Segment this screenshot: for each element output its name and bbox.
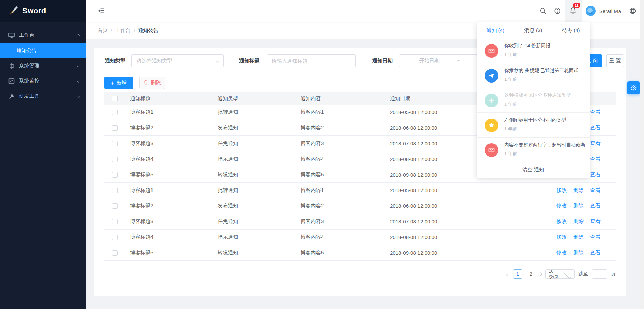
- tab-todos[interactable]: 待办 (4): [552, 22, 590, 38]
- row-checkbox[interactable]: [112, 110, 118, 115]
- sidebar-item-system-monitor[interactable]: 系统监控: [0, 73, 86, 89]
- edit-link[interactable]: 修改: [556, 187, 567, 193]
- add-button-label: 新增: [117, 80, 127, 86]
- reset-button[interactable]: 重 置: [606, 54, 624, 67]
- delete-button[interactable]: 删除: [139, 77, 165, 89]
- cell-title: 博客标题2: [130, 125, 218, 131]
- sidebar-item-dev-tools[interactable]: 研发工具: [0, 89, 86, 104]
- cell-content: 博客内容2: [301, 125, 390, 131]
- column-header-type: 通知类型: [218, 95, 301, 102]
- cell-content: 博客内容1: [301, 187, 390, 194]
- view-link[interactable]: 查看: [590, 125, 601, 130]
- view-link[interactable]: 查看: [590, 187, 601, 193]
- star-icon: [485, 119, 498, 132]
- row-checkbox[interactable]: [112, 250, 118, 256]
- prev-page-icon[interactable]: [507, 273, 509, 275]
- edit-link[interactable]: 修改: [556, 250, 567, 255]
- page-button-2[interactable]: 2: [526, 269, 536, 279]
- view-link[interactable]: 查看: [590, 250, 601, 255]
- page-button-1[interactable]: 1: [513, 269, 522, 279]
- app-page: Sword 工作台 通知公告: [0, 0, 644, 309]
- notification-item[interactable]: 内容不要超过两行字，超出时自动截断 1 年前: [477, 138, 590, 162]
- notice-date-label: 通知日期:: [372, 54, 394, 67]
- pagination: 1 2 10 条/页 跳至 页: [507, 269, 616, 279]
- edit-link[interactable]: 修改: [556, 218, 567, 224]
- globe-icon[interactable]: [626, 0, 640, 22]
- row-checkbox[interactable]: [112, 125, 118, 131]
- chevron-down-icon: [216, 59, 219, 62]
- table-row: 博客标题4 指示通知 博客内容4 2018-08-08 12:00:00 修改|…: [104, 230, 616, 245]
- cell-type: 任免通知: [218, 218, 301, 225]
- row-checkbox[interactable]: [112, 203, 118, 209]
- notification-time: 1 年前: [504, 101, 588, 107]
- notification-item[interactable]: 你推荐的 曲妮妮 已通过第三轮面试 1 年前: [477, 63, 590, 88]
- tab-notices[interactable]: 通知 (4): [477, 22, 514, 38]
- cell-type: 批转通知: [218, 187, 301, 194]
- row-checkbox[interactable]: [112, 141, 118, 146]
- notification-time: 1 年前: [504, 126, 588, 132]
- edit-link[interactable]: 修改: [556, 203, 567, 208]
- add-button[interactable]: + 新增: [104, 77, 133, 89]
- view-link[interactable]: 查看: [590, 171, 601, 177]
- trash-icon: [143, 80, 148, 86]
- cell-content: 博客内容5: [301, 171, 390, 178]
- view-link[interactable]: 查看: [590, 156, 601, 162]
- view-link[interactable]: 查看: [590, 203, 601, 208]
- menu-fold-icon[interactable]: [96, 6, 106, 16]
- row-checkbox[interactable]: [112, 172, 118, 178]
- notification-item[interactable]: 左侧图标用于区分不同的类型 1 年前: [477, 113, 590, 138]
- settings-button[interactable]: [627, 81, 640, 94]
- row-checkbox[interactable]: [112, 188, 118, 193]
- goto-page-input[interactable]: [592, 269, 607, 279]
- wrench-icon: [8, 93, 15, 100]
- notification-time: 1 年前: [504, 151, 588, 157]
- date-start-placeholder: 开始日期: [404, 58, 455, 64]
- sidebar-item-workbench[interactable]: 工作台: [0, 28, 86, 43]
- row-checkbox[interactable]: [112, 157, 118, 162]
- search-icon[interactable]: [536, 0, 550, 22]
- view-link[interactable]: 查看: [590, 218, 601, 224]
- next-page-icon[interactable]: [539, 273, 542, 275]
- top-bar: 11 Serati Ma: [86, 0, 644, 22]
- column-header-title: 通知标题: [130, 95, 218, 102]
- sidebar-item-system-admin[interactable]: 系统管理: [0, 58, 86, 73]
- page-size-select[interactable]: 10 条/页: [545, 269, 575, 279]
- cell-date: 2018-06-08 12:00:00: [390, 203, 512, 209]
- notification-panel: 通知 (4) 消息 (3) 待办 (4) 你收到了 14 份新周报 1 年前 你…: [477, 22, 590, 178]
- notification-item[interactable]: 你收到了 14 份新周报 1 年前: [477, 38, 590, 63]
- breadcrumb-current: 通知公告: [138, 27, 158, 34]
- cell-date: 2018-05-08 12:00:00: [390, 187, 512, 193]
- notifications-bell[interactable]: 11: [565, 0, 582, 22]
- top-bar-actions: 11 Serati Ma: [536, 0, 644, 22]
- cell-type: 批转通知: [218, 109, 301, 115]
- cell-date: 2018-07-08 12:00:00: [390, 219, 512, 224]
- breadcrumb-workbench[interactable]: 工作台: [115, 27, 130, 34]
- table-row: 博客标题3 任免通知 博客内容3 2018-07-08 12:00:00 修改|…: [104, 214, 616, 230]
- row-checkbox[interactable]: [112, 219, 118, 224]
- delete-link[interactable]: 删除: [573, 187, 584, 193]
- notice-type-select[interactable]: 请选择通知类型: [131, 54, 224, 67]
- delete-link[interactable]: 删除: [573, 234, 584, 240]
- page-scrollbar[interactable]: [640, 0, 644, 309]
- view-link[interactable]: 查看: [590, 140, 601, 146]
- row-checkbox[interactable]: [112, 235, 118, 240]
- user-name: Serati Ma: [599, 8, 621, 14]
- edit-link[interactable]: 修改: [556, 234, 567, 240]
- view-link[interactable]: 查看: [590, 109, 601, 115]
- cell-type: 发布通知: [218, 203, 301, 209]
- sidebar-item-notice[interactable]: 通知公告: [0, 43, 86, 58]
- delete-link[interactable]: 删除: [573, 218, 584, 224]
- user-menu[interactable]: Serati Ma: [582, 0, 626, 22]
- notification-item[interactable]: + 这种模板可以区分多种通知类型 1 年前: [477, 88, 590, 113]
- cell-title: 博客标题2: [130, 203, 218, 209]
- clear-notifications-button[interactable]: 清空 通知: [477, 162, 590, 177]
- notice-title-input[interactable]: [267, 54, 356, 67]
- view-link[interactable]: 查看: [590, 234, 601, 240]
- tab-messages[interactable]: 消息 (3): [514, 22, 552, 38]
- breadcrumb-home[interactable]: 首页: [97, 27, 108, 34]
- sidebar-item-label: 工作台: [19, 32, 77, 38]
- select-all-checkbox[interactable]: [112, 96, 118, 101]
- delete-link[interactable]: 删除: [573, 203, 584, 208]
- delete-link[interactable]: 删除: [573, 250, 584, 255]
- help-icon[interactable]: [550, 0, 565, 22]
